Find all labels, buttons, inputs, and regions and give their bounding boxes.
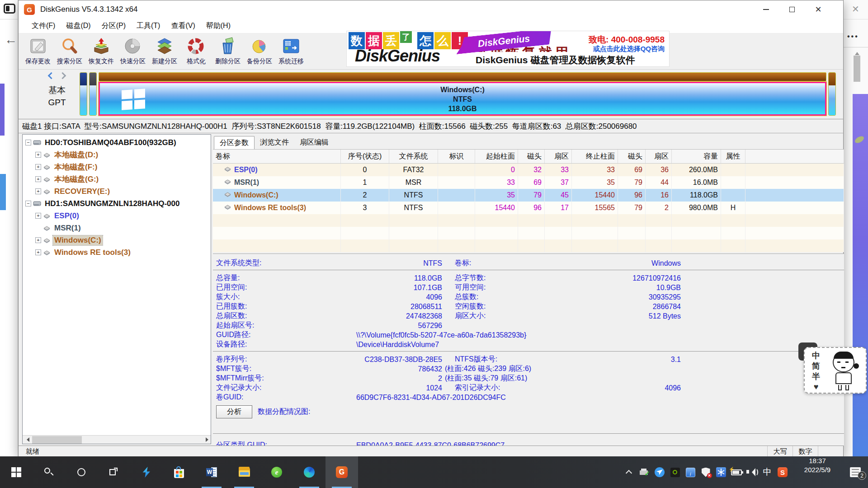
menu-item-1[interactable]: 磁盘(D) (61, 19, 96, 33)
collapse-box-icon[interactable]: − (25, 140, 31, 145)
tray-snowflake[interactable] (714, 456, 728, 488)
close-button[interactable]: ✕ (805, 0, 831, 19)
partition-block-esp[interactable] (80, 72, 87, 116)
column-header-10[interactable]: 容量 (672, 150, 721, 163)
disk-icon (33, 200, 41, 207)
partition-block-windows-c[interactable]: Windows(C:) NTFS 118.0GB (99, 72, 826, 116)
taskbar-app-task-view[interactable] (98, 456, 130, 488)
column-header-7[interactable]: 终止柱面 (572, 150, 618, 163)
next-disk-arrow-icon[interactable] (59, 72, 66, 80)
column-header-11[interactable]: 属性 (721, 150, 745, 163)
column-header-4[interactable]: 起始柱面 (475, 150, 518, 163)
expand-box-icon[interactable]: + (35, 213, 41, 219)
taskbar-app-word[interactable]: W (195, 456, 228, 488)
toolbar-button-new-partition[interactable]: 新建分区 (149, 33, 180, 69)
partition-icon (43, 188, 51, 195)
tree-horizontal-scrollbar[interactable] (23, 435, 211, 444)
tray-sogou[interactable]: S (776, 456, 789, 488)
ime-status-widget[interactable]: 中简半♥ (804, 347, 867, 394)
minimize-button[interactable] (753, 0, 779, 19)
toolbar-button-recover-files[interactable]: 恢复文件 (85, 33, 117, 69)
menu-item-5[interactable]: 帮助(H) (201, 19, 236, 33)
column-header-0[interactable]: 卷标 (213, 150, 341, 163)
taskbar-app-ms-store[interactable] (163, 456, 195, 488)
cell (721, 176, 745, 189)
toolbar-button-delete-partition[interactable]: 删除分区 (212, 33, 244, 69)
tab-2[interactable]: 扇区编辑 (294, 136, 334, 149)
expand-box-icon[interactable]: + (35, 249, 41, 255)
tray-battery[interactable]: ⚡ (730, 456, 743, 488)
column-header-1[interactable]: 序号(状态) (341, 150, 389, 163)
toolbar-button-quick-partition[interactable]: 快速分区 (117, 33, 149, 69)
tab-0[interactable]: 分区参数 (214, 136, 255, 149)
taskbar-app-edge[interactable] (293, 456, 326, 488)
toolbar-button-search-partition[interactable]: 搜索分区 (54, 33, 85, 69)
taskbar-app-cortana[interactable] (65, 456, 98, 488)
tree-item-1[interactable]: +本地磁盘(D:) (23, 149, 211, 161)
expand-box-icon[interactable]: + (35, 188, 41, 194)
tab-1[interactable]: 浏览文件 (255, 136, 294, 149)
expand-box-icon[interactable]: + (35, 176, 41, 182)
tray-intel[interactable]: i (684, 456, 697, 488)
taskbar-app-start[interactable] (0, 456, 33, 488)
taskbar-app-search[interactable] (33, 456, 65, 488)
scrollbar-thumb (854, 56, 860, 82)
column-header-2[interactable]: 文件系统 (389, 150, 438, 163)
expand-box-icon[interactable]: + (35, 152, 41, 158)
tray-printer[interactable]: ✓ (637, 456, 651, 488)
scrollbar-thumb[interactable] (32, 436, 82, 444)
maximize-button[interactable] (779, 0, 805, 19)
tray-defender-shield[interactable]: ✕ (699, 456, 712, 488)
tree-item-5[interactable]: −HD1:SAMSUNGMZNLN128HAHQ-000 (23, 197, 211, 210)
details-separator (213, 270, 844, 270)
taskbar-clock[interactable]: 18:37 2022/5/9 (796, 456, 839, 488)
toolbar-button-system-migration[interactable]: 系统迁移 (275, 33, 307, 69)
tree-item-9[interactable]: +Windows RE tools(3) (23, 246, 211, 258)
table-row-ESP(0)[interactable]: ESP(0)0FAT3203233336936260.0MB (213, 164, 844, 176)
partition-block-msr[interactable] (89, 72, 97, 116)
toolbar-button-backup-partition[interactable]: 备份分区 (244, 33, 275, 69)
tray-tray-expand-chevron[interactable] (622, 456, 636, 488)
tray-nvidia[interactable] (668, 456, 682, 488)
menu-item-2[interactable]: 分区(P) (96, 19, 131, 33)
expand-box-icon[interactable]: + (35, 237, 41, 243)
taskbar-app-flash-app[interactable] (130, 456, 163, 488)
taskbar-app-green-browser[interactable]: e (260, 456, 293, 488)
scroll-right-arrow[interactable] (202, 436, 211, 444)
tray-volume[interactable] (745, 456, 759, 488)
menu-item-4[interactable]: 查看(V) (165, 19, 200, 33)
collapse-box-icon[interactable]: − (25, 201, 31, 206)
menu-item-3[interactable]: 工具(T) (131, 19, 165, 33)
tree-item-0[interactable]: −HD0:TOSHIBAMQ04ABF100(932GB) (23, 136, 211, 149)
partition-block-re-tools[interactable] (828, 72, 836, 116)
tree-item-4[interactable]: +RECOVERY(E:) (23, 185, 211, 197)
taskbar-app-diskgenius[interactable]: G (326, 456, 358, 488)
column-header-9[interactable]: 扇区 (646, 150, 672, 163)
table-row-Windows(C:)[interactable]: Windows(C:)2NTFS357945154409616118.0GB (213, 189, 844, 202)
ad-banner[interactable]: 数据恢复就用DiskGenius 数据丢了怎么! DiskGenius Disk… (346, 31, 670, 67)
tree-item-7[interactable]: MSR(1) (23, 222, 211, 234)
taskbar-app-file-explorer[interactable] (228, 456, 260, 488)
tray-messenger-bird[interactable] (653, 456, 666, 488)
tree-item-6[interactable]: +ESP(0) (23, 210, 211, 222)
banner-qq-link[interactable]: 或点击此处选择QQ咨询 (593, 45, 665, 53)
expand-box-icon[interactable]: + (35, 164, 41, 170)
prev-disk-arrow-icon[interactable] (48, 72, 55, 80)
column-header-5[interactable]: 磁头 (518, 150, 545, 163)
toolbar-button-save-changes[interactable]: 保存更改 (22, 33, 54, 69)
ime-mode-char: ♥ (814, 382, 819, 392)
column-header-6[interactable]: 扇区 (545, 150, 572, 163)
toolbar-button-format[interactable]: 格式化 (180, 33, 212, 69)
menu-item-0[interactable]: 文件(F) (26, 19, 61, 33)
column-header-8[interactable]: 磁头 (618, 150, 646, 163)
tree-item-3[interactable]: +本地磁盘(G:) (23, 173, 211, 185)
tray-ime-language[interactable]: 中 (760, 456, 774, 488)
table-row-Windows RE tools(3)[interactable]: Windows RE tools(3)3NTFS1544096171556579… (213, 202, 844, 214)
action-center-button[interactable]: 2 (843, 456, 868, 488)
table-row-MSR(1)[interactable]: MSR(1)1MSR33693735794416.0MB (213, 176, 844, 189)
column-header-3[interactable]: 标识 (438, 150, 475, 163)
analyze-button[interactable]: 分析 (216, 405, 252, 418)
tree-item-8[interactable]: +Windows(C:) (23, 234, 211, 246)
scroll-left-arrow[interactable] (23, 436, 31, 444)
tree-item-2[interactable]: +本地磁盘(F:) (23, 161, 211, 173)
